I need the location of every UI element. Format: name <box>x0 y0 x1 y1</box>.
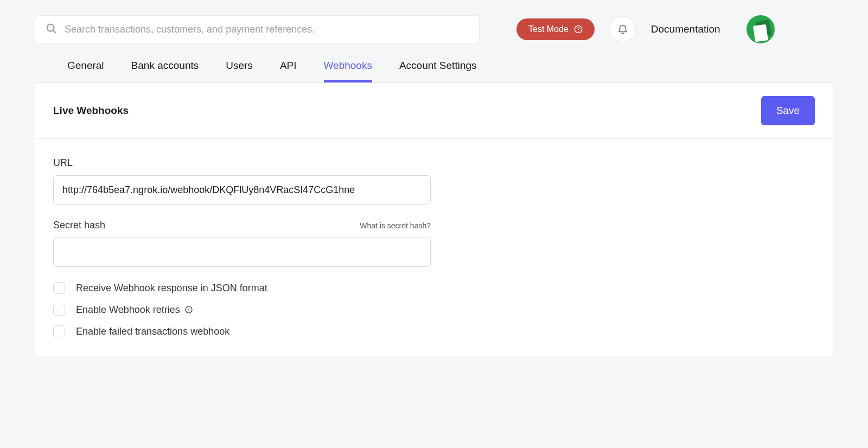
checkbox-json-format[interactable] <box>53 282 65 294</box>
option-label: Receive Webhook response in JSON format <box>76 283 267 294</box>
checkbox-webhook-retries[interactable] <box>53 304 65 316</box>
avatar[interactable] <box>746 15 775 43</box>
panel-title: Live Webhooks <box>53 105 129 117</box>
secret-hash-input[interactable] <box>53 238 431 267</box>
help-icon <box>574 25 583 34</box>
save-button[interactable]: Save <box>761 96 815 125</box>
panel-body: URL Secret hash What is secret hash? Rec… <box>35 139 833 356</box>
svg-point-3 <box>578 31 578 31</box>
tab-api[interactable]: API <box>280 60 297 82</box>
settings-tabs: General Bank accounts Users API Webhooks… <box>35 43 833 82</box>
url-input[interactable] <box>53 175 431 204</box>
test-mode-button[interactable]: Test Mode <box>516 18 595 40</box>
tab-account-settings[interactable]: Account Settings <box>399 60 477 82</box>
url-label: URL <box>53 157 431 169</box>
option-row: Enable Webhook retries <box>53 304 431 316</box>
option-label: Enable failed transactions webhook <box>76 326 229 337</box>
checkbox-failed-transactions[interactable] <box>53 325 65 337</box>
search-input[interactable] <box>65 24 469 35</box>
panel-header: Live Webhooks Save <box>35 83 833 139</box>
svg-point-6 <box>188 308 189 309</box>
tab-webhooks[interactable]: Webhooks <box>324 60 372 82</box>
search-icon <box>45 22 57 36</box>
option-text: Receive Webhook response in JSON format <box>76 283 267 294</box>
option-label: Enable Webhook retries <box>76 304 193 316</box>
option-text: Enable Webhook retries <box>76 304 180 316</box>
topbar: Test Mode Documentation <box>35 15 833 43</box>
secret-hash-help-link[interactable]: What is secret hash? <box>360 221 431 230</box>
webhooks-panel: Live Webhooks Save URL Secret hash What … <box>35 82 833 356</box>
search-container <box>35 15 480 43</box>
documentation-link[interactable]: Documentation <box>651 23 720 35</box>
bell-icon <box>617 23 629 36</box>
notifications-button[interactable] <box>610 16 636 42</box>
option-row: Enable failed transactions webhook <box>53 325 431 337</box>
option-row: Receive Webhook response in JSON format <box>53 282 431 294</box>
test-mode-label: Test Mode <box>528 24 569 34</box>
option-text: Enable failed transactions webhook <box>76 326 229 337</box>
tab-users[interactable]: Users <box>226 60 253 82</box>
info-icon[interactable] <box>184 305 193 314</box>
tab-general[interactable]: General <box>67 60 104 82</box>
secret-hash-label: Secret hash <box>53 220 105 231</box>
tab-bank-accounts[interactable]: Bank accounts <box>131 60 199 82</box>
svg-line-1 <box>53 30 55 33</box>
